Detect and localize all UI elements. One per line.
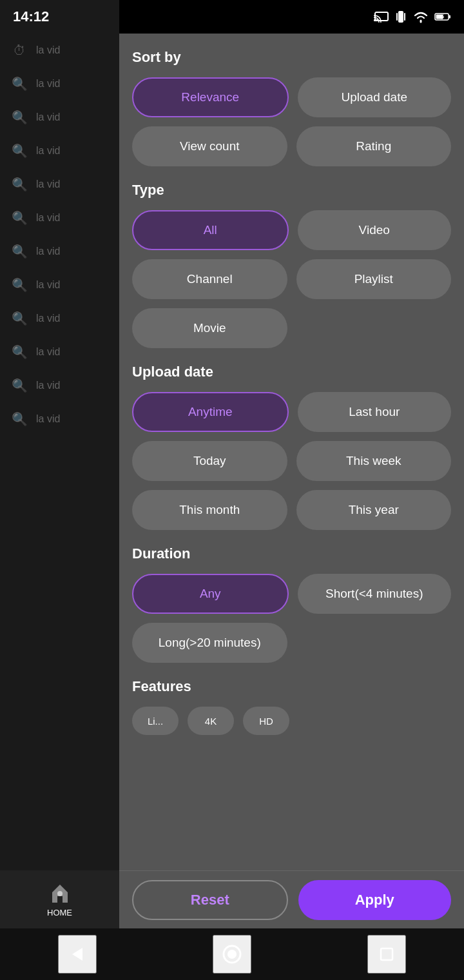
bg-text-4: la vid <box>36 179 60 190</box>
search-icon-7: 🔍 <box>10 276 28 294</box>
sort-upload-date-button[interactable]: Upload date <box>298 77 452 117</box>
back-icon <box>68 945 86 963</box>
duration-long-button[interactable]: Long(>20 minutes) <box>132 623 287 663</box>
sort-relevance-button[interactable]: Relevance <box>132 77 289 117</box>
bg-row-11: 🔍 la vid <box>0 402 119 436</box>
feature-live-button[interactable]: Li... <box>132 707 179 735</box>
bg-text-8: la vid <box>36 313 60 324</box>
bg-row-10: 🔍 la vid <box>0 369 119 402</box>
apply-button[interactable]: Apply <box>298 880 452 920</box>
upload-date-row-1: Anytime Last hour <box>132 392 451 432</box>
bg-row-6: 🔍 la vid <box>0 235 119 268</box>
type-row-2: Channel Playlist <box>132 259 451 299</box>
recents-button[interactable] <box>367 935 406 974</box>
svg-point-9 <box>57 891 63 896</box>
bg-row-8: 🔍 la vid <box>0 302 119 335</box>
upload-date-title: Upload date <box>132 364 451 380</box>
date-this-year-button[interactable]: This year <box>296 490 452 530</box>
bg-text-10: la vid <box>36 380 60 391</box>
reset-button[interactable]: Reset <box>132 880 288 920</box>
cast-icon <box>374 11 389 23</box>
duration-row-1: Any Short(<4 minutes) <box>132 574 451 614</box>
date-today-button[interactable]: Today <box>132 441 287 481</box>
sort-by-section: Sort by Relevance Upload date View count… <box>132 49 451 166</box>
search-icon-1: 🔍 <box>10 75 28 93</box>
bg-row-9: 🔍 la vid <box>0 335 119 369</box>
nav-bar <box>0 928 464 980</box>
home-icon <box>48 882 72 905</box>
svg-rect-3 <box>396 13 398 21</box>
filter-panel: Sort by Relevance Upload date View count… <box>119 34 464 928</box>
bg-row-5: 🔍 la vid <box>0 201 119 235</box>
sort-rating-button[interactable]: Rating <box>296 126 452 166</box>
features-title: Features <box>132 678 451 695</box>
vibrate-icon <box>394 10 407 24</box>
search-icon-2: 🔍 <box>10 108 28 126</box>
duration-short-button[interactable]: Short(<4 minutes) <box>298 574 452 614</box>
status-bar: 14:12 <box>0 0 464 34</box>
type-section: Type All Video Channel Playlist Movie <box>132 182 451 348</box>
sort-by-row-2: View count Rating <box>132 126 451 166</box>
search-icon-6: 🔍 <box>10 242 28 260</box>
bg-text-7: la vid <box>36 279 60 291</box>
bg-text-5: la vid <box>36 212 60 224</box>
background-sidebar: ⏱ la vid 🔍 la vid 🔍 la vid 🔍 la vid 🔍 la… <box>0 0 119 980</box>
type-movie-button[interactable]: Movie <box>132 308 287 348</box>
sort-by-row-1: Relevance Upload date <box>132 77 451 117</box>
type-row-1: All Video <box>132 210 451 250</box>
type-all-button[interactable]: All <box>132 210 289 250</box>
bg-text-11: la vid <box>36 413 60 425</box>
bg-row-4: 🔍 la vid <box>0 168 119 201</box>
duration-section: Duration Any Short(<4 minutes) Long(>20 … <box>132 545 451 663</box>
type-video-button[interactable]: Video <box>298 210 452 250</box>
sort-by-title: Sort by <box>132 49 451 66</box>
square-icon <box>378 946 395 963</box>
battery-icon <box>434 12 451 22</box>
sort-view-count-button[interactable]: View count <box>132 126 287 166</box>
search-icon-9: 🔍 <box>10 343 28 361</box>
bg-row-2: 🔍 la vid <box>0 101 119 134</box>
type-channel-button[interactable]: Channel <box>132 259 287 299</box>
svg-rect-6 <box>449 15 451 19</box>
search-icon-8: 🔍 <box>10 309 28 328</box>
bg-row-history: ⏱ la vid <box>0 34 119 67</box>
duration-title: Duration <box>132 545 451 562</box>
feature-4k-button[interactable]: 4K <box>188 707 234 735</box>
bg-row-7: 🔍 la vid <box>0 268 119 302</box>
search-icon-5: 🔍 <box>10 209 28 227</box>
history-icon: ⏱ <box>10 41 28 59</box>
search-icon-3: 🔍 <box>10 142 28 160</box>
svg-rect-2 <box>398 11 403 23</box>
bg-text-3: la vid <box>36 145 60 157</box>
home-label: HOME <box>47 908 72 917</box>
bg-text-9: la vid <box>36 346 60 358</box>
svg-marker-10 <box>72 948 82 961</box>
date-last-hour-button[interactable]: Last hour <box>298 392 452 432</box>
date-this-month-button[interactable]: This month <box>132 490 287 530</box>
bg-row-1: 🔍 la vid <box>0 67 119 101</box>
back-button[interactable] <box>58 935 97 974</box>
home-area: HOME <box>0 870 119 928</box>
features-partial-row: Li... 4K HD <box>132 707 451 735</box>
type-row-3: Movie <box>132 308 451 348</box>
type-playlist-button[interactable]: Playlist <box>296 259 452 299</box>
upload-date-section: Upload date Anytime Last hour Today This… <box>132 364 451 530</box>
bg-row-3: 🔍 la vid <box>0 134 119 168</box>
date-this-week-button[interactable]: This week <box>296 441 452 481</box>
type-title: Type <box>132 182 451 199</box>
upload-date-row-2: Today This week <box>132 441 451 481</box>
feature-hd-button[interactable]: HD <box>243 707 289 735</box>
bg-text-1: la vid <box>36 78 60 90</box>
duration-row-2: Long(>20 minutes) <box>132 623 451 663</box>
search-icon-4: 🔍 <box>10 175 28 193</box>
date-anytime-button[interactable]: Anytime <box>132 392 289 432</box>
svg-rect-4 <box>404 13 405 21</box>
bg-text-2: la vid <box>36 112 60 123</box>
svg-rect-13 <box>381 948 392 960</box>
search-icon-10: 🔍 <box>10 377 28 395</box>
home-button[interactable] <box>213 935 251 974</box>
features-section: Features Li... 4K HD <box>132 678 451 735</box>
bg-text-0: la vid <box>36 44 60 56</box>
duration-any-button[interactable]: Any <box>132 574 289 614</box>
action-bar: Reset Apply <box>119 870 464 928</box>
